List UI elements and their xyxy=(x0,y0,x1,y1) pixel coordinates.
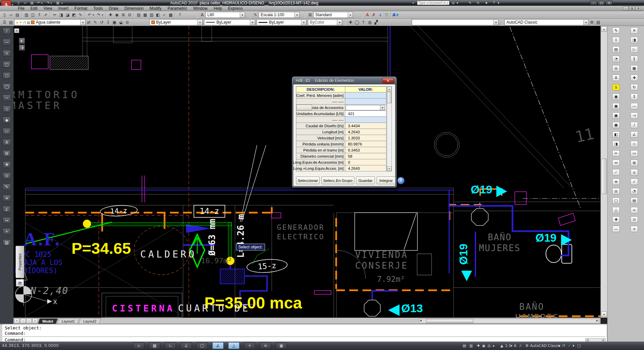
menu-edit[interactable]: Edit xyxy=(27,6,40,11)
lineweight-combo[interactable]: ByLayer ▾ xyxy=(257,19,306,25)
workspace-settings-gear-icon[interactable]: ⚙ xyxy=(589,19,595,25)
clock-icon[interactable]: ◔ xyxy=(612,56,620,62)
polyline-tool-icon[interactable]: ∩ xyxy=(3,50,11,57)
floating-toolbar-close-icon[interactable]: ✕ xyxy=(14,28,19,33)
scroll-left-icon[interactable]: ◀ xyxy=(420,319,421,322)
trusted-source-check-icon[interactable]: ✓ xyxy=(568,343,571,349)
row-value-field[interactable]: 4.2643 xyxy=(345,129,386,135)
dash-icon[interactable]: — xyxy=(612,226,620,232)
horizontal-scroll-thumb[interactable] xyxy=(426,319,473,323)
dialog-close-button[interactable]: ✕ xyxy=(382,78,394,83)
qnew-icon[interactable]: ▯ xyxy=(1,12,8,18)
combo-arrow-icon[interactable]: ▾ xyxy=(380,105,385,110)
search-caret[interactable]: ▾ xyxy=(457,0,459,5)
annotation-scale-caret[interactable]: ▾ xyxy=(510,343,513,349)
solid-tool-icon[interactable]: ◆ xyxy=(3,117,11,124)
zoom-icon[interactable]: ◉ xyxy=(482,343,486,349)
prev-tab-icon[interactable]: ‹ xyxy=(20,319,26,323)
row-value-field[interactable]: 421 xyxy=(345,111,386,117)
annotation-auto-icon[interactable]: A xyxy=(519,343,522,349)
osnap-toggle[interactable]: □ xyxy=(197,342,208,349)
combo-arrow-icon[interactable]: ▾ xyxy=(250,20,255,25)
layer-manager-icon[interactable]: ☰ xyxy=(1,19,8,25)
grid-toggle[interactable]: ▦ xyxy=(149,342,160,349)
properties-palette-tab[interactable]: Properties xyxy=(16,246,24,278)
vertical-scroll-thumb[interactable] xyxy=(601,159,607,194)
row-value-field[interactable]: 0 xyxy=(345,159,386,165)
plot-icon[interactable]: ▥ xyxy=(55,0,61,5)
designcenter-icon[interactable]: ▦ xyxy=(142,12,148,18)
workspace-gear-icon[interactable]: ⚙ xyxy=(525,343,529,349)
layer-lock-icon[interactable]: ⊓ xyxy=(23,21,26,24)
scroll-left-icon[interactable]: ◀ xyxy=(586,339,589,342)
menu-modify[interactable]: Modify xyxy=(147,6,165,11)
redo-icon[interactable]: ↷ xyxy=(95,12,102,18)
menu-help[interactable]: Help xyxy=(211,6,225,11)
integrar-button[interactable]: Integrar xyxy=(377,177,396,184)
scroll-right-icon[interactable]: ▶ xyxy=(602,339,605,342)
tool-palettes-icon[interactable]: ▥ xyxy=(148,12,155,18)
open-icon[interactable]: ▱ xyxy=(22,0,28,5)
last-tab-icon[interactable]: » xyxy=(32,319,38,323)
menu-draw[interactable]: Draw xyxy=(106,6,121,11)
workspace-save-icon[interactable]: ▤ xyxy=(595,19,602,25)
red-annotate-icon[interactable]: A xyxy=(364,12,371,18)
layout-space-icon[interactable]: ▥ xyxy=(469,343,473,349)
undo-caret[interactable]: ▾ xyxy=(41,2,44,5)
doc-restore-button[interactable]: ⧉ xyxy=(629,6,635,10)
combo-arrow-icon[interactable]: ▾ xyxy=(197,20,202,25)
undo-caret[interactable]: ▾ xyxy=(93,14,95,17)
scroll-down-icon[interactable]: ▼ xyxy=(387,166,391,171)
point-tool-icon[interactable]: ✚ xyxy=(3,161,11,168)
dimension-angular-tool-icon[interactable]: ∠ xyxy=(3,206,11,213)
redo-caret[interactable]: ▾ xyxy=(51,2,53,5)
favorites-star-icon[interactable]: ★ xyxy=(485,0,488,5)
check-icon[interactable]: ✓ xyxy=(612,169,620,176)
plot-icon[interactable]: ▥ xyxy=(23,12,30,18)
restore-button[interactable]: ▢ xyxy=(598,1,605,5)
edit-attributes-icon[interactable]: ✎ xyxy=(612,27,620,34)
blue-a-plus-icon[interactable]: A+ xyxy=(392,12,399,18)
layer-off-icon[interactable]: ◒ xyxy=(118,19,124,25)
rotate-tool-icon[interactable]: ↻ xyxy=(631,84,638,90)
table-style-icon[interactable]: ⊞ xyxy=(307,12,313,18)
half-left-icon[interactable]: ◧ xyxy=(612,131,620,138)
plot-style-combo[interactable]: ByColor ▾ xyxy=(308,19,342,25)
tab-layout2[interactable]: Layout2 xyxy=(79,318,101,324)
cost-dollar-icon[interactable]: $ xyxy=(612,84,620,90)
combo-arrow-icon[interactable]: ▾ xyxy=(348,12,353,18)
coordinates-readout[interactable]: 44.3913, 370.3003, 0.0000 xyxy=(2,343,59,348)
down-arrow-icon[interactable]: ↓ xyxy=(377,12,383,18)
check-tool-icon[interactable]: ✓ xyxy=(631,179,638,185)
zoom-realtime-icon[interactable]: ◉ xyxy=(114,12,120,18)
toolbar-lock-icon[interactable]: ⊓ xyxy=(562,343,565,349)
erase-tool-icon[interactable]: ✕ xyxy=(631,27,638,34)
box-icon[interactable]: □ xyxy=(612,197,620,204)
polygon-tool-icon[interactable]: ◇ xyxy=(3,106,11,112)
save-icon[interactable]: ▤ xyxy=(29,0,35,5)
dialog-scroll-thumb[interactable] xyxy=(387,92,391,103)
combo-arrow-icon[interactable]: ▾ xyxy=(583,20,588,25)
row-value-field[interactable]: 1.3033 xyxy=(345,135,386,141)
chamfer-tool-icon[interactable]: ∠ xyxy=(631,131,638,138)
offset-tool-icon[interactable]: ∥ xyxy=(631,56,638,62)
layer-previous-icon[interactable]: ✎ xyxy=(92,19,98,25)
pan-icon[interactable]: ✚ xyxy=(107,12,114,18)
seleccionar-button[interactable]: Seleccionar xyxy=(296,177,320,184)
rectangle-tool-icon[interactable]: □ xyxy=(3,61,11,68)
hatch-tool-icon[interactable]: ≡ xyxy=(3,195,11,201)
properties-icon[interactable]: ▤ xyxy=(136,12,142,18)
undo-icon[interactable]: ↶ xyxy=(36,0,41,5)
markup-icon[interactable]: ✓ xyxy=(161,12,168,18)
open-icon[interactable]: ▱ xyxy=(8,12,14,18)
infocenter-expand-arrow[interactable]: ▸ xyxy=(413,1,415,4)
properties-tool-icon[interactable]: ▤ xyxy=(3,239,11,246)
menu-window[interactable]: Window xyxy=(190,6,211,11)
clock-tool-icon[interactable]: ◔ xyxy=(631,188,638,194)
dim-style-icon[interactable]: ✎ xyxy=(252,12,259,18)
color-combo[interactable]: ByLayer ▾ xyxy=(149,19,203,25)
next-tab-icon[interactable]: › xyxy=(26,319,32,323)
model-space-icon[interactable]: ▤ xyxy=(463,343,466,349)
orbit-icon[interactable]: ◎ xyxy=(612,188,620,194)
paste-icon[interactable]: ◪ xyxy=(64,12,71,18)
